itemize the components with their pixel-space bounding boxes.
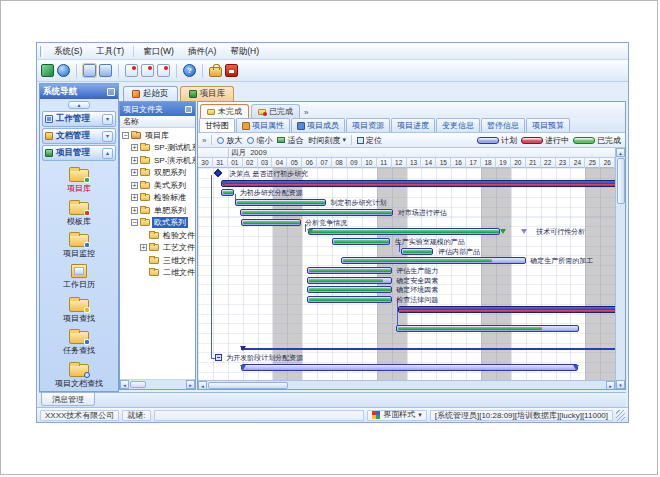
pin-icon[interactable]: [185, 106, 192, 113]
expand-icon[interactable]: +: [131, 182, 138, 189]
task-bar[interactable]: [235, 199, 326, 206]
sidebar-item-项目监控[interactable]: 项目监控: [40, 229, 118, 261]
panel-menu-icon[interactable]: [107, 88, 115, 96]
collapse-icon[interactable]: −: [122, 132, 129, 139]
view-tab-暂停信息[interactable]: 暂停信息: [481, 118, 525, 132]
expand-icon[interactable]: +: [131, 194, 138, 201]
gantt-vscrollbar[interactable]: ▴ ▾: [615, 148, 625, 389]
menu-grip-handle[interactable]: [40, 46, 43, 57]
tree-node-三维文件[interactable]: 三维文件: [120, 254, 195, 267]
tree-node-检验标准[interactable]: +检验标准: [120, 192, 195, 205]
tree-node-欧式系列[interactable]: −欧式系列: [120, 217, 195, 230]
chevron-down-icon[interactable]: ▾: [102, 114, 113, 125]
gantt-hscrollbar[interactable]: ◂ ▸: [198, 380, 615, 389]
tab-项目库[interactable]: 项目库: [180, 86, 235, 101]
message-tab[interactable]: 消息管理: [41, 393, 95, 406]
filter-tab-未完成[interactable]: 未完成: [200, 104, 249, 118]
sidebar-section-工作管理[interactable]: 工作管理▾: [42, 111, 116, 127]
scroll-up-icon[interactable]: ▴: [616, 148, 625, 157]
interface-style-button[interactable]: 界面样式: [367, 410, 427, 421]
fit-button[interactable]: 适合: [277, 135, 303, 146]
gantt-hscroll-thumb[interactable]: [208, 382, 288, 389]
sidebar-item-模板库[interactable]: 模板库: [40, 196, 118, 228]
zoom-out-button[interactable]: 缩小: [247, 135, 272, 146]
expand-icon[interactable]: +: [140, 244, 147, 251]
menu-item[interactable]: 工具(T): [89, 44, 131, 59]
view-tab-甘特图[interactable]: 甘特图: [199, 118, 235, 132]
tree-node-单肥系列[interactable]: +单肥系列: [120, 204, 195, 217]
tree-node-工艺文件[interactable]: +工艺文件: [120, 242, 195, 255]
tree-node-SP-演示机系[interactable]: +SP-演示机系: [120, 154, 195, 167]
folder-open-icon[interactable]: [83, 64, 96, 77]
scroll-down-icon[interactable]: ▾: [616, 380, 625, 389]
view-tab-项目进度[interactable]: 项目进度: [391, 118, 435, 132]
gantt-vscroll-thumb[interactable]: [617, 158, 625, 204]
tree-node-项目库[interactable]: −项目库: [120, 129, 195, 142]
sidebar-item-项目文档查找[interactable]: 项目文档查找: [40, 359, 118, 391]
monitor-icon[interactable]: [41, 64, 54, 77]
view-tab-项目预算[interactable]: 项目预算: [526, 118, 570, 132]
sidebar-collapse-button[interactable]: ▲: [40, 99, 118, 110]
task-bar[interactable]: [307, 267, 392, 274]
chevron-down-icon[interactable]: ▾: [102, 131, 113, 142]
chevron-up-icon[interactable]: ▴: [102, 148, 113, 159]
task-bar[interactable]: [241, 219, 301, 226]
task-bar[interactable]: [308, 228, 501, 235]
report-new-icon[interactable]: [125, 64, 138, 77]
sidebar-item-任务查找[interactable]: 任务查找: [40, 326, 118, 358]
zoom-in-button[interactable]: 放大: [217, 135, 242, 146]
scroll-left-icon[interactable]: ◂: [198, 381, 207, 390]
view-tab-项目成员[interactable]: 项目成员: [291, 118, 345, 132]
report-check-icon[interactable]: [141, 64, 154, 77]
summary-bar[interactable]: [221, 180, 615, 187]
sidebar-item-工作日历[interactable]: 工作日历: [40, 261, 118, 293]
task-bar[interactable]: [341, 257, 526, 264]
timescale-dropdown[interactable]: 时间刻度: [308, 135, 346, 146]
sidebar-section-文档管理[interactable]: 文档管理▾: [42, 128, 116, 144]
tab-起始页[interactable]: 起始页: [123, 86, 178, 101]
menu-item[interactable]: 插件(A): [181, 44, 223, 59]
menu-item[interactable]: 系统(S): [47, 44, 89, 59]
expand-icon[interactable]: +: [131, 169, 138, 176]
tree-hscrollbar[interactable]: ◂ ▸: [120, 379, 195, 389]
help-icon[interactable]: [183, 64, 196, 77]
task-bar[interactable]: [307, 296, 392, 303]
view-tab-变更信息[interactable]: 变更信息: [436, 118, 480, 132]
lock-icon[interactable]: [209, 67, 222, 77]
scroll-left-icon[interactable]: ◂: [120, 380, 129, 389]
task-bar[interactable]: [307, 286, 392, 293]
view-tab-项目资源[interactable]: 项目资源: [346, 118, 390, 132]
expand-icon[interactable]: +: [131, 207, 138, 214]
task-bar[interactable]: [240, 209, 393, 216]
tree-node-SP-测试机系[interactable]: +SP-测试机系: [120, 142, 195, 155]
scroll-right-icon[interactable]: ▸: [606, 381, 615, 390]
overflow-chevron-icon[interactable]: »: [202, 136, 206, 145]
summary-bar[interactable]: [398, 306, 615, 313]
sidebar-item-项目库[interactable]: 项目库: [40, 164, 118, 196]
scroll-right-icon[interactable]: ▸: [186, 380, 195, 389]
collapse-icon[interactable]: −: [131, 219, 138, 226]
overflow-chevron-icon[interactable]: »: [302, 108, 312, 118]
menu-item[interactable]: 帮助(H): [223, 44, 266, 59]
expand-icon[interactable]: +: [131, 157, 138, 164]
locate-button[interactable]: 定位: [357, 135, 382, 146]
task-bar[interactable]: [332, 238, 390, 245]
gantt-chart[interactable]: 四月 2009 30310102030405060708091011121314…: [198, 148, 615, 380]
report-delete-icon[interactable]: [157, 64, 170, 77]
resize-grip[interactable]: [616, 410, 625, 421]
task-bar[interactable]: [396, 325, 579, 332]
task-bar[interactable]: [307, 277, 392, 284]
tree-node-二维文件[interactable]: 二维文件: [120, 267, 195, 280]
view-tab-项目属性[interactable]: 项目属性: [236, 118, 290, 132]
sidebar-section-项目管理[interactable]: 项目管理▴: [42, 145, 116, 161]
task-bar[interactable]: [221, 189, 234, 196]
expand-icon[interactable]: +: [131, 144, 138, 151]
milestone-icon[interactable]: [214, 169, 222, 177]
tree-node-美式系列[interactable]: +美式系列: [120, 179, 195, 192]
menu-item[interactable]: 窗口(W): [136, 44, 181, 59]
inserted-task-icon[interactable]: [215, 354, 222, 361]
tree-hscroll-thumb[interactable]: [130, 381, 146, 388]
tree-node-检验文件[interactable]: 检验文件: [120, 229, 195, 242]
task-bar[interactable]: [401, 248, 434, 255]
globe-icon[interactable]: [57, 64, 70, 77]
